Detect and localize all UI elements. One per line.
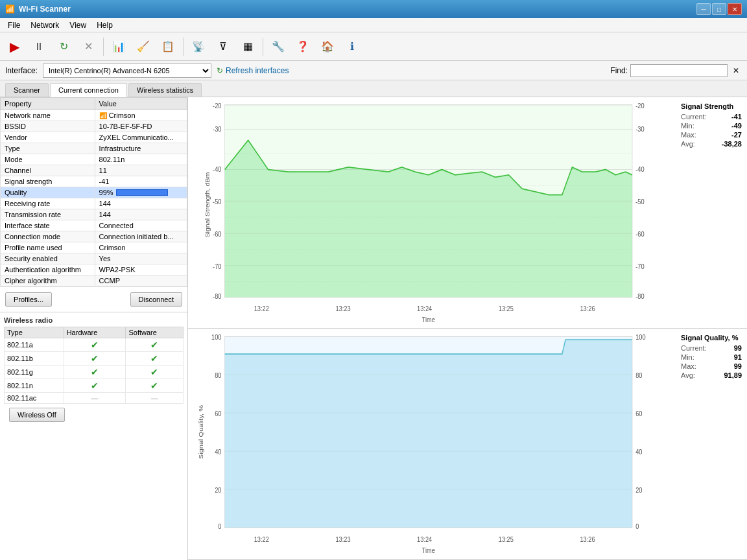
table-row: Transmission rate 144 <box>1 209 187 220</box>
svg-text:13:22: 13:22 <box>254 535 269 543</box>
radio-hw-check: ✔ <box>64 366 126 379</box>
table-row: Type Infrastructure <box>1 143 187 154</box>
svg-text:-50: -50 <box>635 198 645 205</box>
svg-text:-40: -40 <box>213 165 222 173</box>
svg-text:13:23: 13:23 <box>335 535 350 543</box>
prop-cell: Channel <box>1 165 95 176</box>
table-row: 802.11ac — — <box>5 393 184 404</box>
svg-text:Signal Quality, %: Signal Quality, % <box>197 405 204 459</box>
interface-select[interactable]: Intel(R) Centrino(R) Advanced-N 6205 <box>43 64 211 78</box>
quality-bar <box>116 189 168 196</box>
table-row: Network name 📶 Crimson <box>1 110 187 121</box>
export-button[interactable]: 📋 <box>156 35 180 58</box>
radio-hw-check: ✔ <box>64 338 126 352</box>
menu-help[interactable]: Help <box>91 19 118 31</box>
svg-text:80: 80 <box>215 371 222 379</box>
prop-cell: Connection mode <box>1 231 95 242</box>
svg-text:-50: -50 <box>213 198 222 205</box>
profiles-button[interactable]: Profiles... <box>5 292 52 307</box>
val-col-header: Value <box>95 98 187 110</box>
svg-text:40: 40 <box>215 448 222 456</box>
radio-hw-dash: — <box>64 393 126 404</box>
radio-sw-check: ✔ <box>126 338 184 352</box>
svg-text:13:24: 13:24 <box>417 305 433 312</box>
wireless-radio-section: Wireless radio Type Hardware Software 80… <box>0 312 187 430</box>
toolbar: ▶ ⏸ ↻ ✕ 📊 🧹 📋 📡 ⊽ ▦ 🔧 ❓ 🏠 ℹ <box>0 32 747 61</box>
prop-cell: Network name <box>1 110 95 121</box>
prop-cell: Transmission rate <box>1 209 95 220</box>
radio-sw-check: ✔ <box>126 366 184 379</box>
maximize-button[interactable]: □ <box>712 3 726 15</box>
val-cell: Connection initiated b... <box>95 231 187 242</box>
tab-current-connection[interactable]: Current connection <box>50 83 127 97</box>
wireless-off-button[interactable]: Wireless Off <box>9 408 65 422</box>
prop-cell: Interface state <box>1 220 95 231</box>
table-row: Connection mode Connection initiated b..… <box>1 231 187 242</box>
prop-cell: Security enabled <box>1 253 95 264</box>
radio-type: 802.11a <box>5 338 64 352</box>
svg-text:0: 0 <box>218 523 221 531</box>
pause-button[interactable]: ⏸ <box>27 35 51 58</box>
svg-text:-70: -70 <box>635 262 645 270</box>
refresh-icon: ↻ <box>217 66 223 75</box>
radio-table: Type Hardware Software 802.11a ✔ ✔ 802.1… <box>4 327 184 404</box>
prop-cell: Quality <box>1 187 95 198</box>
tab-scanner[interactable]: Scanner <box>5 83 49 97</box>
stats-button[interactable]: 📊 <box>107 35 130 58</box>
signal-quality-max: Max: 99 <box>681 362 742 370</box>
svg-text:60: 60 <box>215 410 222 417</box>
svg-text:13:25: 13:25 <box>499 305 514 312</box>
home-button[interactable]: 🏠 <box>316 35 339 58</box>
svg-text:-70: -70 <box>213 262 222 270</box>
disconnect-button[interactable]: Disconnect <box>130 292 182 307</box>
find-input[interactable] <box>630 64 728 77</box>
prop-cell: Profile name used <box>1 242 95 253</box>
table-row: 802.11b ✔ ✔ <box>5 352 184 366</box>
signal-quality-chart-container: 100 80 60 40 20 0 100 80 60 40 20 0 <box>188 329 747 560</box>
refresh-button[interactable]: ↻ <box>52 35 75 58</box>
menu-file[interactable]: File <box>3 19 25 31</box>
svg-text:20: 20 <box>635 486 643 494</box>
svg-text:-30: -30 <box>213 126 222 134</box>
radio-hw-check: ✔ <box>64 352 126 366</box>
tab-wireless-statistics[interactable]: Wireless statistics <box>128 83 202 97</box>
radio-hw-header: Hardware <box>64 327 126 338</box>
refresh-interfaces-button[interactable]: ↻ Refresh interfaces <box>217 66 289 75</box>
help-button[interactable]: ❓ <box>291 35 314 58</box>
action-buttons: Profiles... Disconnect <box>0 286 187 312</box>
radio-type: 802.11n <box>5 379 64 393</box>
prop-cell: Authentication algorithm <box>1 264 95 275</box>
signal-quality-avg: Avg: 91,89 <box>681 371 742 379</box>
settings-button[interactable]: 🔧 <box>267 35 290 58</box>
svg-text:13:22: 13:22 <box>254 305 270 312</box>
table-row: Authentication algorithm WPA2-PSK <box>1 264 187 275</box>
val-cell: Yes <box>95 253 187 264</box>
start-button[interactable]: ▶ <box>3 35 26 58</box>
svg-text:60: 60 <box>635 410 643 417</box>
stop-button[interactable]: ✕ <box>77 35 100 58</box>
signal-strength-min: Min: -49 <box>681 122 742 130</box>
feed-button[interactable]: 📡 <box>187 35 210 58</box>
info-button[interactable]: ℹ <box>340 35 364 58</box>
signal-quality-legend-title: Signal Quality, % <box>681 334 742 342</box>
close-button[interactable]: ✕ <box>728 3 742 15</box>
find-label: Find: <box>610 66 628 75</box>
svg-text:Signal Strength, dBm: Signal Strength, dBm <box>204 172 211 238</box>
table-row: BSSID 10-7B-EF-5F-FD <box>1 121 187 132</box>
signal-strength-max: Max: -27 <box>681 131 742 139</box>
filter-button[interactable]: ⊽ <box>211 35 235 58</box>
columns-button[interactable]: ▦ <box>236 35 259 58</box>
signal-strength-chart: -20 -30 -40 -50 -60 -70 -80 -20 -30 -40 … <box>188 97 676 328</box>
menu-network[interactable]: Network <box>25 19 64 31</box>
menu-view[interactable]: View <box>64 19 91 31</box>
val-cell: Connected <box>95 220 187 231</box>
svg-text:-60: -60 <box>635 230 645 238</box>
svg-text:-80: -80 <box>635 292 645 300</box>
svg-text:100: 100 <box>211 333 222 341</box>
clear-button[interactable]: 🧹 <box>132 35 155 58</box>
find-close-button[interactable]: ✕ <box>730 66 742 75</box>
wireless-radio-title: Wireless radio <box>4 316 184 324</box>
minimize-button[interactable]: ─ <box>696 3 711 15</box>
signal-strength-chart-container: -20 -30 -40 -50 -60 -70 -80 -20 -30 -40 … <box>188 97 747 329</box>
radio-sw-check: ✔ <box>126 379 184 393</box>
